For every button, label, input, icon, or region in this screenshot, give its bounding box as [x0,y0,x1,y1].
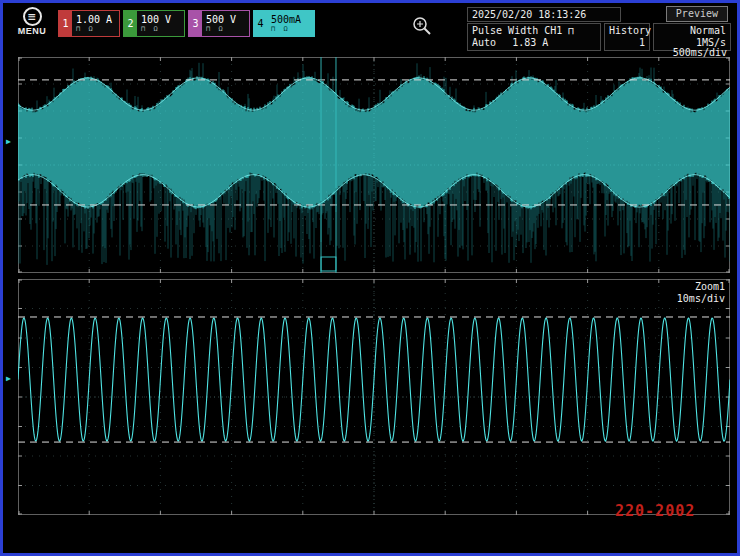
zoom-search-icon[interactable] [411,15,433,37]
channel-number: 4 [254,11,267,36]
datetime-display: 2025/02/20 18:13:26 [467,7,621,22]
trigger-mode: Auto [472,37,496,48]
cursor-measurements: V1927.5mA V2-1172.5mA [67,531,195,556]
menu-label: MENU [11,26,53,36]
trigger-level: 1.83 A [512,37,548,48]
acquisition-mode: Normal [658,25,726,37]
channel-coupling-icons: ⊓ Ω [141,25,171,34]
history-box[interactable]: History 1 [604,23,650,51]
zoom-window-label: Zoom1 [695,281,725,292]
channel-number: 3 [189,11,202,36]
history-value: 1 [609,37,645,49]
oscilloscope-screen: ≡ MENU 11.00 A⊓ Ω2100 V⊓ Ω3500 V⊓ Ω4500m… [0,0,740,556]
channel-coupling-icons: ⊓ Ω [206,25,236,34]
ch4-ground-marker-zoom[interactable]: ▶ [6,375,11,383]
channel-number: 1 [59,11,72,36]
max-measurement: Max(C4)2040mA [343,543,453,556]
channel-value: 500 V [206,14,236,25]
channel-1-button[interactable]: 11.00 A⊓ Ω [58,10,120,37]
channel-value: 100 V [141,14,171,25]
channel-2-button[interactable]: 2100 V⊓ Ω [123,10,185,37]
menu-icon: ≡ [23,7,42,26]
preview-indicator[interactable]: Preview [666,6,728,22]
channel-coupling-icons: ⊓ Ω [76,25,112,34]
channel-number: 2 [124,11,137,36]
pulse-icon: ⊓ [568,25,574,36]
trigger-settings[interactable]: Pulse Width CH1 ⊓ Auto 1.83 A [467,23,601,51]
channel-4-button[interactable]: 4500mA⊓ Ω [253,10,315,37]
zoom-timebase-label: 10ms/div [677,293,725,304]
channel-list: 11.00 A⊓ Ω2100 V⊓ Ω3500 V⊓ Ω4500mA⊓ Ω [58,10,315,37]
channel-coupling-icons: ⊓ Ω [271,25,301,34]
main-waveform-window [18,57,730,273]
channel-3-button[interactable]: 3500 V⊓ Ω [188,10,250,37]
zoom-sine-waveform [18,318,730,441]
part-number-label: 220-2002 [615,502,695,520]
zoom-region-bracket[interactable] [321,257,336,271]
menu-button[interactable]: ≡ MENU [11,7,53,36]
zoom-waveform-window [18,279,730,515]
trigger-type: Pulse Width [472,25,538,36]
min-measurement: Min(C4)-2220mA [543,543,659,556]
channel-value: 500mA [271,14,301,25]
channel-value: 1.00 A [76,14,112,25]
ch4-ground-marker-main[interactable]: ▶ [6,138,11,146]
history-label: History [609,25,645,37]
graticule [18,279,730,515]
trigger-source: CH1 [544,25,562,36]
